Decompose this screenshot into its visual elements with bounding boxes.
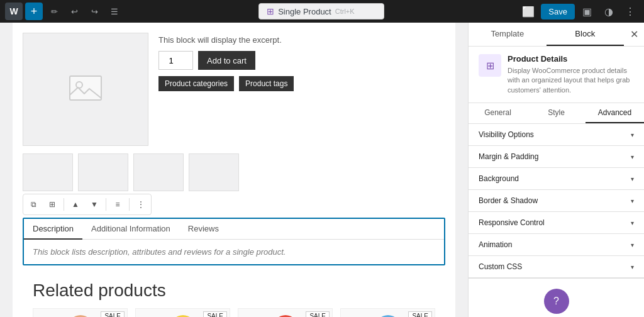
accordion-border-shadow-header[interactable]: Border & Shadow ▾ <box>469 190 644 211</box>
wp-logo: W <box>5 3 23 20</box>
accordion-visibility-header[interactable]: Visibility Options ▾ <box>469 124 644 145</box>
right-panel: Template Block ✕ ⊞ Product Details Displ… <box>468 23 644 317</box>
product-area: This block will display the excerpt. Add… <box>13 23 455 317</box>
page-title-text: Single Product <box>278 7 331 16</box>
accordion-border-shadow: Border & Shadow ▾ <box>469 190 644 212</box>
sub-tabs: General Style Advanced <box>469 103 644 124</box>
thumbnail-1 <box>23 153 73 191</box>
accordion-responsive-chevron: ▾ <box>631 220 634 226</box>
qty-cart-row: Add to cart <box>158 51 445 70</box>
accordion-responsive-label: Responsive Control <box>479 218 545 227</box>
sub-tab-advanced[interactable]: Advanced <box>586 103 644 123</box>
sub-tab-general[interactable]: General <box>469 103 527 123</box>
wc-icon: ⊞ <box>267 6 274 16</box>
sub-tab-style[interactable]: Style <box>527 103 586 123</box>
accordion-visibility-chevron: ▾ <box>631 131 634 138</box>
toolbar-copy-button[interactable]: ⧉ <box>25 196 42 213</box>
thumbnail-2 <box>78 153 128 191</box>
panel-tab-block[interactable]: Block <box>547 23 625 46</box>
topbar-center: ⊞ Single Product Ctrl+K <box>258 3 384 19</box>
edit-button[interactable]: ✏ <box>45 3 63 20</box>
tab-description[interactable]: Description <box>24 219 82 240</box>
panel-tab-template[interactable]: Template <box>469 23 547 46</box>
keyboard-shortcut: Ctrl+K <box>335 8 355 15</box>
accordion-custom-css-header[interactable]: Custom CSS ▾ <box>469 256 644 277</box>
undo-button[interactable]: ↩ <box>65 3 83 20</box>
accordion-background-chevron: ▾ <box>631 175 634 182</box>
excerpt-text: This block will display the excerpt. <box>158 35 445 45</box>
topbar-left: W + ✏ ↩ ↪ ☰ <box>5 3 123 20</box>
related-products-title: Related products <box>33 281 435 301</box>
accordion-background-label: Background <box>479 174 519 183</box>
add-to-cart-button[interactable]: Add to cart <box>198 51 255 70</box>
related-product-4[interactable]: SALE <box>340 308 435 317</box>
tab-description-text: This block lists description, attributes… <box>33 247 435 257</box>
add-block-button[interactable]: + <box>25 3 43 20</box>
accordion-custom-css-chevron: ▾ <box>631 264 634 270</box>
toolbar-grid-button[interactable]: ⊞ <box>43 196 61 213</box>
related-products-grid: SALE SALE SALE SALE <box>33 308 435 317</box>
thumbnail-4 <box>189 153 239 191</box>
accordion-animation-header[interactable]: Animation ▾ <box>469 234 644 255</box>
block-icon: ⊞ <box>479 54 501 77</box>
sale-badge-1: SALE <box>101 311 125 317</box>
tabs-block: Description Additional Information Revie… <box>23 218 445 265</box>
related-product-2[interactable]: SALE <box>135 308 230 317</box>
topbar: W + ✏ ↩ ↪ ☰ ⊞ Single Product Ctrl+K ⬜ Sa… <box>0 0 644 23</box>
accordion-responsive-header[interactable]: Responsive Control ▾ <box>469 212 644 233</box>
accordion-animation-label: Animation <box>479 240 512 249</box>
theme-button[interactable]: ◑ <box>600 3 618 20</box>
topbar-right: ⬜ Save ▣ ◑ ⋮ <box>519 3 639 20</box>
block-description: Display WooCommerce product details with… <box>508 66 634 95</box>
redo-button[interactable]: ↪ <box>86 3 103 20</box>
accordion-visibility-label: Visibility Options <box>479 130 534 139</box>
related-product-1[interactable]: SALE <box>33 308 128 317</box>
sale-badge-2: SALE <box>203 311 227 317</box>
product-top: This block will display the excerpt. Add… <box>23 33 445 146</box>
toolbar-up-button[interactable]: ▲ <box>67 196 84 213</box>
product-image-placeholder <box>23 33 148 146</box>
sale-badge-3: SALE <box>306 311 330 317</box>
toolbar-down-button[interactable]: ▼ <box>86 196 103 213</box>
tabs-header: Description Additional Information Revie… <box>24 219 444 240</box>
block-info-text: Product Details Display WooCommerce prod… <box>508 54 634 95</box>
quantity-input[interactable] <box>158 51 193 70</box>
product-thumbnails <box>23 153 445 191</box>
related-product-3[interactable]: SALE <box>238 308 333 317</box>
toolbar-separator-3 <box>129 198 130 211</box>
tab-reviews[interactable]: Reviews <box>179 219 228 240</box>
save-button[interactable]: Save <box>541 4 575 19</box>
accordion-margin-padding-header[interactable]: Margin & Padding ▾ <box>469 146 644 167</box>
accordion-background-header[interactable]: Background ▾ <box>469 168 644 189</box>
device-preview-button[interactable]: ⬜ <box>519 3 537 20</box>
related-products-section: Related products SALE SALE SALE <box>23 270 445 317</box>
toolbar-align-button[interactable]: ≡ <box>109 196 126 213</box>
toolbar-more-button[interactable]: ⋮ <box>132 196 150 213</box>
canvas-inner: This block will display the excerpt. Add… <box>0 23 468 317</box>
help-section: ? Need Help? ⬡ Demo ⬡ Doc <box>469 278 644 317</box>
accordion-responsive: Responsive Control ▾ <box>469 212 644 234</box>
accordion-border-shadow-label: Border & Shadow <box>479 196 538 205</box>
accordion-margin-padding: Margin & Padding ▾ <box>469 146 644 168</box>
product-tag-buttons: Product categories Product tags <box>158 76 445 91</box>
settings-button[interactable]: ▣ <box>579 3 596 20</box>
sale-badge-4: SALE <box>408 311 432 317</box>
product-details-right: This block will display the excerpt. Add… <box>158 33 445 146</box>
page-title-bar[interactable]: ⊞ Single Product Ctrl+K <box>258 3 384 19</box>
block-toolbar: ⧉ ⊞ ▲ ▼ ≡ ⋮ <box>23 194 152 215</box>
block-icon-symbol: ⊞ <box>486 60 494 72</box>
product-image-icon <box>67 70 104 109</box>
product-categories-button[interactable]: Product categories <box>158 76 234 91</box>
product-tags-button[interactable]: Product tags <box>239 76 294 91</box>
block-title: Product Details <box>508 54 634 64</box>
toolbar-separator-1 <box>64 198 64 211</box>
tab-additional-info[interactable]: Additional Information <box>82 219 179 240</box>
panel-close-button[interactable]: ✕ <box>624 23 644 45</box>
svg-rect-0 <box>70 76 101 100</box>
accordion-background: Background ▾ <box>469 168 644 190</box>
options-button[interactable]: ⋮ <box>621 3 639 20</box>
accordion-custom-css: Custom CSS ▾ <box>469 256 644 278</box>
accordion-margin-padding-label: Margin & Padding <box>479 152 538 161</box>
canvas: This block will display the excerpt. Add… <box>0 23 468 317</box>
list-view-button[interactable]: ☰ <box>106 3 123 20</box>
